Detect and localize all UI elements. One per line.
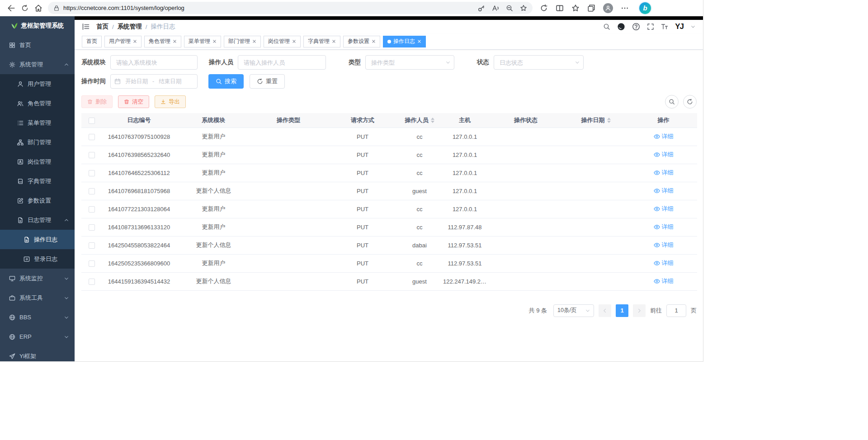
address-bar[interactable]: https://ccnetcore.com:1101/system/log/op… (48, 2, 533, 14)
split-screen-icon[interactable] (556, 4, 564, 12)
header-search-icon[interactable] (603, 23, 610, 30)
close-icon[interactable] (133, 39, 137, 43)
row-checkbox[interactable] (89, 152, 95, 158)
row-checkbox[interactable] (89, 224, 95, 231)
detail-link[interactable]: 详细 (654, 259, 674, 267)
sidebar-item-login-log[interactable]: 登录日志 (0, 249, 75, 269)
sidebar-item-menu-mgmt[interactable]: 菜单管理 (0, 113, 75, 132)
detail-link[interactable]: 详细 (654, 223, 674, 231)
date-range-picker[interactable]: - (110, 74, 198, 89)
user-avatar[interactable]: YJ (675, 22, 684, 31)
sidebar-item-dept-mgmt[interactable]: 部门管理 (0, 132, 75, 152)
breadcrumb-system-mgmt[interactable]: 系统管理 (118, 23, 142, 31)
module-filter-input[interactable] (110, 55, 198, 70)
github-icon[interactable] (617, 23, 625, 31)
detail-link[interactable]: 详细 (654, 151, 674, 159)
row-checkbox[interactable] (89, 279, 95, 285)
delete-button[interactable]: 删除 (81, 95, 113, 108)
detail-link[interactable]: 详细 (654, 277, 674, 285)
tab-param-settings[interactable]: 参数设置 (343, 36, 380, 47)
sidebar-fold-toggle[interactable] (82, 23, 90, 31)
zoom-out-icon[interactable] (506, 5, 513, 12)
sidebar-item-param-settings[interactable]: 参数设置 (0, 191, 75, 210)
detail-link[interactable]: 详细 (654, 187, 674, 195)
page-size-select[interactable] (553, 304, 594, 317)
clear-button[interactable]: 清空 (118, 95, 149, 108)
url-text[interactable]: https://ccnetcore.com:1101/system/log/op… (63, 5, 474, 11)
operator-filter-input[interactable] (238, 55, 326, 70)
close-icon[interactable] (292, 39, 296, 43)
close-icon[interactable] (417, 39, 421, 43)
collections-icon[interactable] (587, 4, 595, 12)
tab-home[interactable]: 首页 (82, 36, 102, 47)
col-operator-sortable[interactable]: 操作人员 (399, 113, 440, 128)
sidebar-item-role-mgmt[interactable]: 角色管理 (0, 94, 75, 113)
refresh-table-button[interactable] (683, 95, 697, 109)
row-checkbox[interactable] (89, 260, 95, 267)
sidebar-item-yi-framework[interactable]: Yi框架 (0, 346, 75, 362)
row-checkbox[interactable] (89, 242, 95, 249)
toggle-search-button[interactable] (665, 95, 679, 109)
close-icon[interactable] (212, 39, 217, 43)
more-options-icon[interactable] (621, 4, 629, 12)
tab-dict-mgmt[interactable]: 字典管理 (303, 36, 340, 47)
font-size-icon[interactable] (661, 23, 668, 30)
end-date-input[interactable] (156, 78, 184, 85)
close-icon[interactable] (332, 39, 336, 43)
read-aloud-icon[interactable] (492, 5, 499, 12)
profile-caret-icon[interactable] (690, 24, 696, 29)
sort-icon[interactable] (607, 118, 611, 123)
detail-link[interactable]: 详细 (654, 132, 674, 141)
favorites-bar-icon[interactable] (571, 4, 580, 12)
tab-role-mgmt[interactable]: 角色管理 (144, 36, 181, 47)
goto-page-input[interactable] (666, 304, 686, 317)
fullscreen-icon[interactable] (647, 23, 654, 30)
lock-icon[interactable] (53, 5, 60, 11)
tab-menu-mgmt[interactable]: 菜单管理 (184, 36, 221, 47)
row-checkbox[interactable] (89, 188, 95, 194)
search-button[interactable]: 搜索 (208, 74, 244, 89)
tab-post-mgmt[interactable]: 岗位管理 (264, 36, 301, 47)
help-icon[interactable] (632, 23, 640, 31)
sidebar-item-log-mgmt[interactable]: 日志管理 (0, 210, 75, 230)
page-number-1[interactable]: 1 (616, 304, 628, 317)
export-button[interactable]: 导出 (155, 95, 186, 108)
sidebar-item-system-tools[interactable]: 系统工具 (0, 288, 75, 308)
reset-button[interactable]: 重置 (250, 74, 285, 89)
sort-icon[interactable] (431, 118, 434, 123)
sidebar-item-system-mgmt[interactable]: 系统管理 (0, 55, 75, 74)
row-checkbox[interactable] (89, 134, 95, 140)
status-filter-select[interactable] (494, 55, 584, 70)
sidebar-item-dict-mgmt[interactable]: 字典管理 (0, 171, 75, 191)
sidebar-item-bbs[interactable]: BBS (0, 308, 75, 327)
select-all-checkbox[interactable] (89, 118, 95, 124)
sidebar-item-erp[interactable]: ERP (0, 327, 75, 346)
row-checkbox[interactable] (89, 206, 95, 213)
sidebar-item-home[interactable]: 首页 (0, 35, 75, 55)
tab-dept-mgmt[interactable]: 部门管理 (224, 36, 261, 47)
browser-refresh-button[interactable] (18, 1, 32, 15)
browser-back-button[interactable] (5, 1, 18, 15)
detail-link[interactable]: 详细 (654, 241, 674, 249)
tab-oper-log[interactable]: 操作日志 (383, 36, 426, 47)
detail-link[interactable]: 详细 (654, 205, 674, 213)
app-logo[interactable]: 意框架管理系统 (0, 16, 75, 35)
tab-user-mgmt[interactable]: 用户管理 (104, 36, 142, 47)
close-icon[interactable] (173, 39, 177, 43)
browser-extension-icon[interactable] (540, 4, 548, 12)
password-key-icon[interactable] (478, 5, 485, 12)
sidebar-item-system-monitor[interactable]: 系统监控 (0, 269, 75, 288)
sidebar-item-oper-log[interactable]: 操作日志 (0, 230, 75, 249)
sidebar-item-post-mgmt[interactable]: 岗位管理 (0, 152, 75, 171)
col-date-sortable[interactable]: 操作日期 (562, 113, 630, 128)
close-icon[interactable] (372, 39, 376, 43)
start-date-input[interactable] (123, 78, 151, 85)
add-favorite-icon[interactable] (520, 5, 527, 12)
row-checkbox[interactable] (89, 170, 95, 176)
type-filter-select[interactable] (365, 55, 454, 70)
bing-sidebar-icon[interactable]: b (639, 2, 651, 14)
close-icon[interactable] (252, 39, 256, 43)
breadcrumb-home[interactable]: 首页 (96, 23, 108, 31)
next-page-button[interactable] (633, 304, 646, 317)
prev-page-button[interactable] (599, 304, 611, 317)
